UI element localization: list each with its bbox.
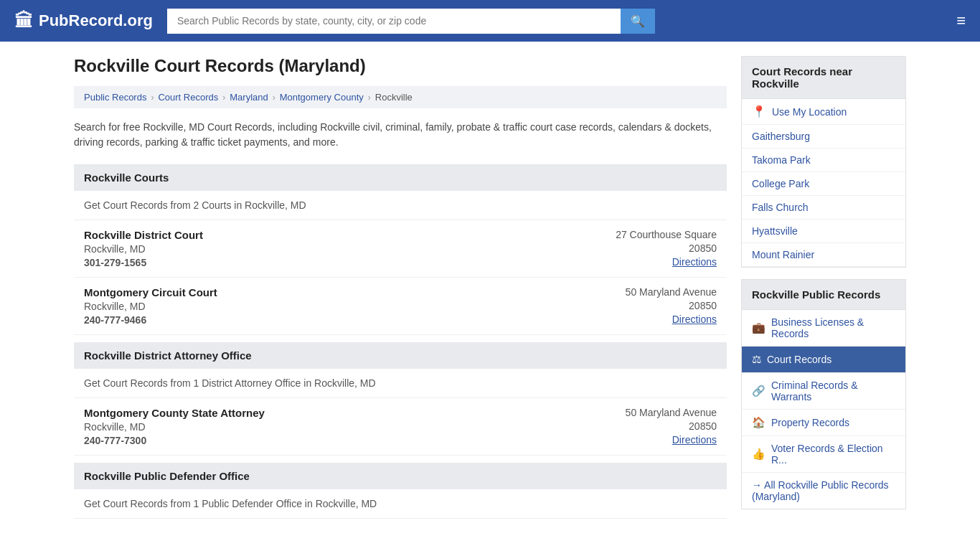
records-label-business: Business Licenses & Records xyxy=(771,316,895,339)
records-label-criminal: Criminal Records & Warrants xyxy=(771,380,895,402)
nearby-takoma-park[interactable]: Takoma Park xyxy=(742,149,905,172)
da-office-name: Montgomery County State Attorney xyxy=(84,407,265,419)
court-city-circuit: Rockville, MD xyxy=(84,301,217,312)
da-office-phone: 240-777-7300 xyxy=(84,435,265,446)
logo-icon: 🏛 xyxy=(14,10,33,32)
main-container: Rockville Court Records (Maryland) Publi… xyxy=(60,42,920,540)
records-link-business[interactable]: 💼 Business Licenses & Records xyxy=(742,310,905,346)
court-city-district: Rockville, MD xyxy=(84,243,203,255)
search-bar: 🔍 xyxy=(167,9,655,34)
sidebar-records-title: Rockville Public Records xyxy=(742,280,905,310)
defender-section-header: Rockville Public Defender Office xyxy=(74,463,727,489)
court-entry-district: Rockville District Court Rockville, MD 3… xyxy=(74,220,727,278)
court-phone-district: 301-279-1565 xyxy=(84,257,203,268)
site-logo[interactable]: 🏛 PubRecord.org xyxy=(14,10,153,32)
district-attorney-section: Rockville District Attorney Office Get C… xyxy=(74,342,727,456)
nearby-mount-rainier[interactable]: Mount Rainier xyxy=(742,243,905,267)
court-name-circuit: Montgomery Circuit Court xyxy=(84,286,217,298)
use-my-location-item[interactable]: 📍 Use My Location xyxy=(742,99,905,125)
nearby-link-college-park[interactable]: College Park xyxy=(742,172,905,196)
da-office-zip: 20850 xyxy=(573,420,717,432)
court-entry-circuit: Montgomery Circuit Court Rockville, MD 2… xyxy=(74,278,727,335)
court-zip-district: 20850 xyxy=(573,242,717,254)
records-list: 💼 Business Licenses & Records ⚖ Court Re… xyxy=(742,310,905,473)
records-link-voter[interactable]: 👍 Voter Records & Election R... xyxy=(742,436,905,472)
records-link-court[interactable]: ⚖ Court Records xyxy=(742,347,905,372)
da-office-address: 50 Maryland Avenue xyxy=(573,407,717,418)
use-my-location-button[interactable]: 📍 Use My Location xyxy=(742,99,905,125)
sidebar-nearby: Court Records near Rockville 📍 Use My Lo… xyxy=(741,56,906,268)
court-entry-left-circuit: Montgomery Circuit Court Rockville, MD 2… xyxy=(84,286,217,326)
breadcrumb-sep-4: › xyxy=(368,93,371,103)
nearby-falls-church[interactable]: Falls Church xyxy=(742,196,905,220)
breadcrumb-link-public-records[interactable]: Public Records xyxy=(84,92,146,103)
records-item-criminal[interactable]: 🔗 Criminal Records & Warrants xyxy=(742,373,905,410)
records-link-property[interactable]: 🏠 Property Records xyxy=(742,410,905,435)
sidebar: Court Records near Rockville 📍 Use My Lo… xyxy=(741,56,906,526)
breadcrumb-sep-3: › xyxy=(273,93,275,103)
defender-section: Rockville Public Defender Office Get Cou… xyxy=(74,463,727,519)
page-description: Search for free Rockville, MD Court Reco… xyxy=(74,120,727,150)
business-icon: 💼 xyxy=(752,321,765,334)
da-office-left: Montgomery County State Attorney Rockvil… xyxy=(84,407,265,446)
all-records-link[interactable]: → All Rockville Public Records (Maryland… xyxy=(742,473,905,509)
defender-section-description: Get Court Records from 1 Public Defender… xyxy=(74,489,727,519)
logo-text: PubRecord.org xyxy=(39,11,153,30)
court-zip-circuit: 20850 xyxy=(573,300,717,311)
breadcrumb-link-court-records[interactable]: Court Records xyxy=(158,92,218,103)
page-title: Rockville Court Records (Maryland) xyxy=(74,56,727,76)
content-area: Rockville Court Records (Maryland) Publi… xyxy=(74,56,727,526)
records-label-property: Property Records xyxy=(771,417,849,428)
menu-button[interactable]: ≡ xyxy=(956,11,966,30)
records-item-property[interactable]: 🏠 Property Records xyxy=(742,410,905,436)
criminal-icon: 🔗 xyxy=(752,385,765,397)
sidebar-nearby-title: Court Records near Rockville xyxy=(742,57,905,99)
search-icon: 🔍 xyxy=(631,15,645,27)
courts-section: Rockville Courts Get Court Records from … xyxy=(74,164,727,335)
nearby-list: 📍 Use My Location Gaithersburg Takoma Pa… xyxy=(742,99,905,267)
records-item-voter[interactable]: 👍 Voter Records & Election R... xyxy=(742,436,905,473)
nearby-college-park[interactable]: College Park xyxy=(742,172,905,196)
sidebar-public-records: Rockville Public Records 💼 Business Lice… xyxy=(741,279,906,509)
records-label-voter: Voter Records & Election R... xyxy=(771,443,895,466)
da-office-right: 50 Maryland Avenue 20850 Directions xyxy=(573,407,717,446)
breadcrumb-link-montgomery-county[interactable]: Montgomery County xyxy=(280,92,364,103)
court-phone-circuit: 240-777-9466 xyxy=(84,314,217,326)
court-entry-left-district: Rockville District Court Rockville, MD 3… xyxy=(84,229,203,268)
voter-icon: 👍 xyxy=(752,448,765,461)
district-attorney-header: Rockville District Attorney Office xyxy=(74,342,727,369)
nearby-link-takoma-park[interactable]: Takoma Park xyxy=(742,149,905,172)
breadcrumb-link-maryland[interactable]: Maryland xyxy=(230,92,268,103)
nearby-link-falls-church[interactable]: Falls Church xyxy=(742,196,905,220)
nearby-link-hyattsville[interactable]: Hyattsville xyxy=(742,220,905,243)
records-link-criminal[interactable]: 🔗 Criminal Records & Warrants xyxy=(742,373,905,409)
location-pin-icon: 📍 xyxy=(752,105,766,118)
directions-link-circuit[interactable]: Directions xyxy=(672,314,717,325)
courts-section-header: Rockville Courts xyxy=(74,164,727,191)
hamburger-icon: ≡ xyxy=(956,11,966,29)
search-input[interactable] xyxy=(167,9,621,34)
court-address-district: 27 Courthouse Square xyxy=(573,229,717,240)
records-item-court[interactable]: ⚖ Court Records xyxy=(742,347,905,373)
site-header: 🏛 PubRecord.org 🔍 ≡ xyxy=(0,0,980,42)
directions-link-district[interactable]: Directions xyxy=(672,256,717,268)
breadcrumb-current: Rockville xyxy=(375,92,413,103)
courts-section-description: Get Court Records from 2 Courts in Rockv… xyxy=(74,191,727,220)
directions-link-da[interactable]: Directions xyxy=(672,434,717,446)
records-item-business[interactable]: 💼 Business Licenses & Records xyxy=(742,310,905,347)
nearby-hyattsville[interactable]: Hyattsville xyxy=(742,220,905,243)
court-entry-right-circuit: 50 Maryland Avenue 20850 Directions xyxy=(573,286,717,325)
court-icon: ⚖ xyxy=(752,353,761,366)
nearby-link-gaithersburg[interactable]: Gaithersburg xyxy=(742,125,905,149)
nearby-gaithersburg[interactable]: Gaithersburg xyxy=(742,125,905,149)
breadcrumb-sep-1: › xyxy=(151,93,154,103)
nearby-link-mount-rainier[interactable]: Mount Rainier xyxy=(742,243,905,267)
court-entry-right-district: 27 Courthouse Square 20850 Directions xyxy=(573,229,717,268)
da-office-entry: Montgomery County State Attorney Rockvil… xyxy=(74,398,727,456)
property-icon: 🏠 xyxy=(752,416,765,429)
court-address-circuit: 50 Maryland Avenue xyxy=(573,286,717,298)
breadcrumb: Public Records › Court Records › Marylan… xyxy=(74,86,727,108)
search-button[interactable]: 🔍 xyxy=(621,9,655,34)
district-attorney-description: Get Court Records from 1 District Attorn… xyxy=(74,369,727,398)
breadcrumb-sep-2: › xyxy=(222,93,225,103)
